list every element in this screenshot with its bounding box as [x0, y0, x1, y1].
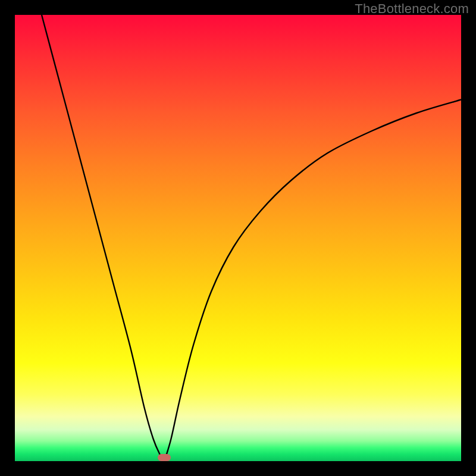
bottleneck-curve [15, 15, 461, 461]
minimum-marker [158, 454, 171, 461]
plot-area [15, 15, 461, 461]
chart-frame: TheBottleneck.com [0, 0, 476, 476]
curve-left-branch [42, 15, 164, 461]
curve-right-branch [164, 100, 461, 462]
